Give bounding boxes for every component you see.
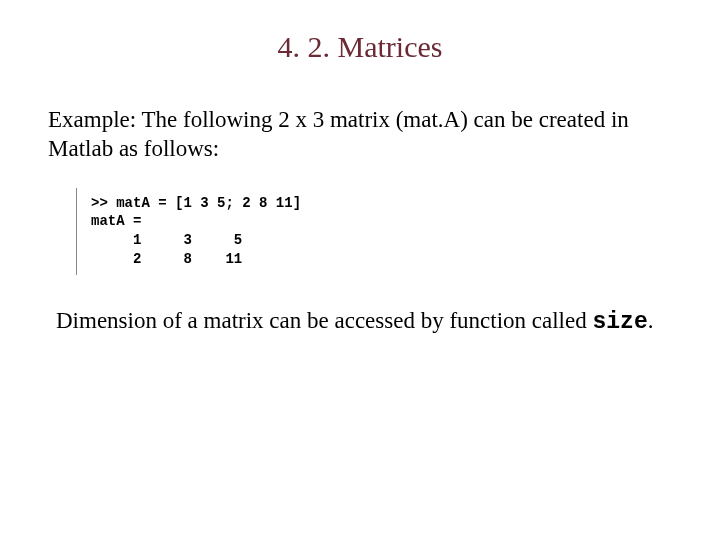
code-input-line: >> matA = [1 3 5; 2 8 11] (91, 194, 672, 213)
code-matrix-row-2: 2 8 11 (91, 250, 672, 269)
closing-text-suffix: . (648, 308, 654, 333)
closing-paragraph: Dimension of a matrix can be accessed by… (48, 307, 672, 337)
code-output-header: matA = (91, 212, 672, 231)
code-matrix-row-1: 1 3 5 (91, 231, 672, 250)
intro-paragraph: Example: The following 2 x 3 matrix (mat… (48, 106, 672, 164)
slide-content: 4. 2. Matrices Example: The following 2 … (0, 0, 720, 337)
matlab-code-block: >> matA = [1 3 5; 2 8 11] matA = 1 3 5 2… (76, 188, 672, 276)
slide-title: 4. 2. Matrices (48, 30, 672, 64)
size-keyword: size (592, 309, 647, 335)
closing-text-prefix: Dimension of a matrix can be accessed by… (56, 308, 592, 333)
